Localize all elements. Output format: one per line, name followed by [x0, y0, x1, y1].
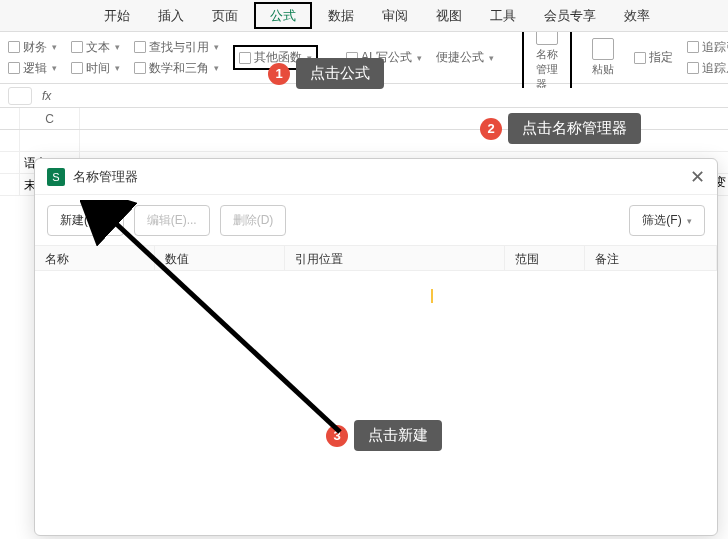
ribbon-logic[interactable]: 逻辑▾: [8, 60, 57, 77]
tab-tools[interactable]: 工具: [476, 0, 530, 31]
lookup-icon: [134, 41, 146, 53]
annotation-badge-3: 3: [326, 425, 348, 447]
clock-icon: [71, 62, 83, 74]
tab-insert[interactable]: 插入: [144, 0, 198, 31]
text-icon: [71, 41, 83, 53]
tab-formula[interactable]: 公式: [254, 2, 312, 29]
fn-icon: [239, 52, 251, 64]
dialog-title: 名称管理器: [73, 168, 138, 186]
col-comment[interactable]: 备注: [585, 246, 717, 270]
ribbon-specify[interactable]: 指定: [634, 49, 673, 66]
tab-review[interactable]: 审阅: [368, 0, 422, 31]
ribbon-time[interactable]: 时间▾: [71, 60, 120, 77]
col-ref[interactable]: 引用位置: [285, 246, 505, 270]
doc-icon: [8, 41, 20, 53]
ribbon-trace-dependents[interactable]: 追踪从属: [687, 60, 728, 77]
corner-cell[interactable]: [0, 108, 20, 129]
doc-icon: [8, 62, 20, 74]
paste-button[interactable]: 粘贴: [586, 38, 620, 77]
dialog-toolbar: 新建(N)... 编辑(E)... 删除(D) 筛选(F) ▾: [35, 195, 717, 245]
tab-data[interactable]: 数据: [314, 0, 368, 31]
name-manager-dialog: S 名称管理器 ✕ 新建(N)... 编辑(E)... 删除(D) 筛选(F) …: [34, 158, 718, 536]
col-scope[interactable]: 范围: [505, 246, 585, 270]
ribbon-finance[interactable]: 财务▾: [8, 39, 57, 56]
fx-icon[interactable]: fx: [42, 89, 51, 103]
dialog-column-headers: 名称 数值 引用位置 范围 备注: [35, 245, 717, 271]
formula-input[interactable]: [61, 88, 720, 103]
delete-button: 删除(D): [220, 205, 287, 236]
specify-icon: [634, 52, 646, 64]
name-box[interactable]: [8, 87, 32, 105]
new-button[interactable]: 新建(N)...: [47, 205, 124, 236]
tab-member[interactable]: 会员专享: [530, 0, 610, 31]
dialog-titlebar: S 名称管理器 ✕: [35, 159, 717, 195]
filter-button[interactable]: 筛选(F) ▾: [629, 205, 705, 236]
ribbon-quick-formula[interactable]: 便捷公式▾: [436, 49, 494, 66]
col-header-c[interactable]: C: [20, 108, 80, 129]
annotation-text-1: 点击公式: [296, 58, 384, 89]
tab-view[interactable]: 视图: [422, 0, 476, 31]
col-value[interactable]: 数值: [155, 246, 285, 270]
ribbon-trace-precedents[interactable]: 追踪引用: [687, 39, 728, 56]
dialog-list-body[interactable]: [35, 271, 717, 531]
tab-start[interactable]: 开始: [90, 0, 144, 31]
name-manager-button[interactable]: 名称管理器: [530, 23, 564, 92]
annotation-2: 2 点击名称管理器: [480, 113, 641, 144]
tab-page[interactable]: 页面: [198, 0, 252, 31]
chevron-down-icon: ▾: [687, 216, 692, 226]
cursor-indicator: [431, 289, 433, 303]
annotation-text-2: 点击名称管理器: [508, 113, 641, 144]
annotation-text-3: 点击新建: [354, 420, 442, 451]
trace-icon: [687, 41, 699, 53]
paste-icon: [592, 38, 614, 60]
ribbon-tabs: 开始 插入 页面 公式 数据 审阅 视图 工具 会员专享 效率: [0, 0, 728, 32]
ribbon-lookup[interactable]: 查找与引用▾: [134, 39, 219, 56]
ribbon-text[interactable]: 文本▾: [71, 39, 120, 56]
annotation-badge-2: 2: [480, 118, 502, 140]
annotation-1: 1 点击公式: [268, 58, 384, 89]
dialog-badge-icon: S: [47, 168, 65, 186]
cell[interactable]: [20, 130, 80, 151]
close-icon[interactable]: ✕: [690, 166, 705, 188]
ribbon-math[interactable]: 数学和三角▾: [134, 60, 219, 77]
annotation-3: 3 点击新建: [326, 420, 442, 451]
edit-button: 编辑(E)...: [134, 205, 210, 236]
tab-efficiency[interactable]: 效率: [610, 0, 664, 31]
trace-icon: [687, 62, 699, 74]
col-name[interactable]: 名称: [35, 246, 155, 270]
annotation-badge-1: 1: [268, 63, 290, 85]
math-icon: [134, 62, 146, 74]
